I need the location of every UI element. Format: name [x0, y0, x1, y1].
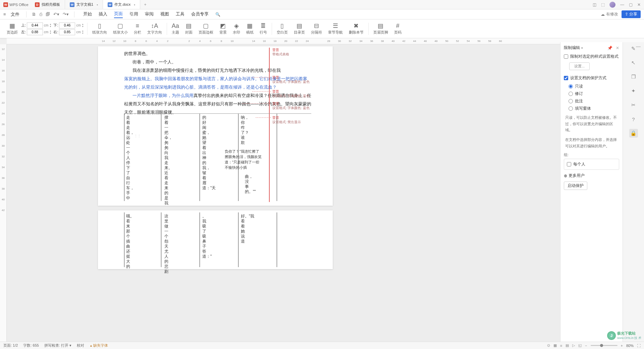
margin-right-input[interactable]	[59, 29, 75, 35]
view-print-icon[interactable]: ▦	[553, 343, 557, 348]
drag-handle-icon[interactable]: ⋮⋮	[134, 134, 141, 138]
menu-start[interactable]: 开始	[83, 11, 92, 18]
spin-up-icon[interactable]: ▲	[49, 30, 53, 32]
header-footer-button[interactable]: ▤页眉页脚	[371, 21, 391, 37]
pin-icon[interactable]: 📌	[607, 46, 612, 50]
margin-left-input[interactable]	[27, 29, 43, 35]
save-icon[interactable]: 🗎	[32, 12, 36, 17]
spin-up-icon[interactable]: ▲	[82, 30, 85, 32]
settings-button[interactable]: 设置...	[569, 62, 590, 70]
menu-reference[interactable]: 引用	[129, 11, 138, 18]
cube-icon[interactable]: ⬚	[601, 2, 605, 7]
chevron-down-icon[interactable]: ▾	[581, 46, 583, 50]
preview-icon[interactable]: 🗐	[46, 12, 50, 17]
proofread-status[interactable]: 校对	[77, 343, 84, 348]
mode-readonly-radio[interactable]: 只读	[569, 84, 619, 89]
tab-composition[interactable]: W 作文.docx •	[103, 0, 140, 9]
zoom-in-icon[interactable]: +	[621, 344, 623, 348]
view-target-icon[interactable]: ⊙	[547, 343, 550, 348]
minimize-button[interactable]: —	[620, 2, 624, 7]
revision-note[interactable]: 晋晋 带格式表格	[272, 48, 289, 57]
mode-comment-radio[interactable]: 批注	[569, 99, 619, 104]
spin-up-icon[interactable]: ▲	[82, 23, 85, 26]
document-area[interactable]: 的世界凋色。 街巷，雨中，一个人。 我在凄凉萧瑟的细雨中慢慢行走，昏黄的街灯无力…	[7, 44, 623, 342]
window-copy-icon[interactable]: ◫	[593, 2, 596, 7]
start-protection-button[interactable]: 启动保护	[564, 182, 587, 190]
print-icon[interactable]: ⎙	[40, 12, 42, 17]
hamburger-icon[interactable]: ≡	[3, 12, 6, 17]
spin-down-icon[interactable]: ▼	[49, 32, 53, 35]
view-web-icon[interactable]: ≡	[560, 344, 562, 348]
tab-templates[interactable]: D 找稻壳模板	[30, 0, 65, 9]
delete-section-button[interactable]: ✖删除本节	[346, 21, 366, 37]
cover-button[interactable]: ▤封面	[182, 21, 195, 37]
zoom-slider[interactable]	[591, 345, 618, 346]
lock-icon[interactable]: 🔒	[629, 129, 638, 138]
file-menu[interactable]: 文件	[9, 11, 21, 17]
page-number-button[interactable]: #页码	[391, 21, 404, 37]
manuscript-button[interactable]: ▦稿纸	[244, 21, 256, 37]
menu-tools[interactable]: 工具	[176, 11, 184, 18]
vertical-ruler[interactable]: 12141618202224262830323436384042	[0, 44, 7, 342]
orientation-button[interactable]: ▯纸张方向	[90, 21, 110, 37]
revision-note[interactable]: 晋晋 设置格式: 字体颜色: 蓝色	[272, 75, 310, 84]
margin-button[interactable]: ▦ 页边距	[4, 21, 20, 37]
revision-note[interactable]: 晋晋 设置格式: 字体颜色: 蓝色	[272, 89, 310, 98]
zoom-value[interactable]: 80%	[626, 344, 634, 348]
page-border-button[interactable]: ▢页面边框	[196, 21, 216, 37]
missing-font-warning[interactable]: 缺失字体	[90, 343, 108, 348]
menu-review[interactable]: 审阅	[145, 11, 154, 18]
view-focus-icon[interactable]: ◱	[578, 343, 582, 348]
add-tab-button[interactable]: ＋	[140, 0, 150, 9]
view-read-icon[interactable]: ▷	[572, 343, 575, 348]
search-icon[interactable]: 🔍	[215, 12, 220, 17]
maximize-button[interactable]: ▢	[629, 2, 633, 7]
margin-bottom-input[interactable]	[59, 22, 75, 29]
watermark-button[interactable]: ◈水印	[230, 21, 243, 37]
mode-form-radio[interactable]: 填写窗体	[569, 106, 619, 111]
help-icon[interactable]: ?	[629, 115, 638, 123]
share-button[interactable]: ⇪ 分享	[622, 10, 641, 18]
spin-up-icon[interactable]: ▲	[49, 23, 53, 26]
pending-changes[interactable]: ☁ 有修改	[601, 11, 618, 17]
spin-down-icon[interactable]: ▼	[82, 32, 85, 35]
layers-icon[interactable]: ❐	[629, 72, 638, 81]
revision-note[interactable]: 晋晋 设置格式: 字体颜色: 蓝色	[272, 101, 310, 110]
theme-button[interactable]: Aa主题	[169, 21, 182, 37]
everyone-checkbox[interactable]: 每个人	[564, 159, 619, 170]
cursor-icon[interactable]: ↖	[629, 58, 638, 67]
horizontal-ruler[interactable]: 1412108642246810141618202224283032343638…	[7, 38, 644, 44]
text-direction-button[interactable]: ↕A文字方向	[145, 21, 165, 37]
blank-page-button[interactable]: ▯空白页	[274, 21, 290, 37]
menu-page[interactable]: 页面	[114, 11, 123, 18]
word-count[interactable]: 字数: 655	[23, 343, 39, 348]
columns-button[interactable]: ≡分栏	[131, 21, 144, 37]
menu-member[interactable]: 会员专享	[191, 11, 209, 18]
section-nav-button[interactable]: ☰章节导航	[325, 21, 345, 37]
tab-doc1[interactable]: W 文字文稿1 •	[65, 0, 103, 9]
toc-page-button[interactable]: ▤目录页	[291, 21, 308, 37]
mode-revision-radio[interactable]: 修订	[569, 91, 619, 96]
more-users-button[interactable]: ⊕ 更多用户	[564, 173, 619, 178]
close-button[interactable]: ✕	[637, 2, 641, 7]
revision-note[interactable]: 晋晋 设置格式: 突出显示	[272, 115, 301, 124]
spin-down-icon[interactable]: ▼	[82, 26, 85, 28]
tools-icon[interactable]: ✂	[629, 101, 638, 109]
protect-checkbox[interactable]: 设置文档的保护方式	[564, 76, 619, 81]
avatar[interactable]	[609, 2, 615, 8]
page-indicator[interactable]: 页面: 1/2	[3, 343, 18, 348]
redo-icon[interactable]: ↷▾	[63, 12, 69, 17]
break-button[interactable]: ⊟分隔符	[308, 21, 325, 37]
menu-view[interactable]: 视图	[160, 11, 169, 18]
paper-size-button[interactable]: ▢纸张大小	[110, 21, 130, 37]
collapse-strip-icon[interactable]: —	[636, 44, 641, 49]
undo-icon[interactable]: ↶▾	[53, 12, 59, 17]
sparkle-icon[interactable]: ✦	[629, 87, 638, 95]
line-number-button[interactable]: ≣行号	[257, 21, 270, 37]
menu-insert[interactable]: 插入	[99, 11, 107, 18]
view-outline-icon[interactable]: ▤	[566, 343, 569, 348]
margin-top-input[interactable]	[27, 22, 43, 29]
close-icon[interactable]: ✕	[616, 46, 619, 50]
fit-icon[interactable]: ⛶	[637, 344, 641, 348]
spin-down-icon[interactable]: ▼	[49, 26, 53, 28]
